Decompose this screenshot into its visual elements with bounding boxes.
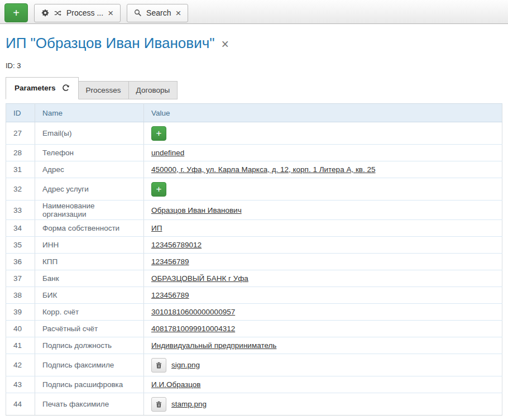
value-link[interactable]: 123456789012 [151,241,202,249]
row-value: undefined [144,145,502,161]
plus-icon: + [156,184,162,194]
row-name: Расчётный счёт [35,321,144,337]
row-value: + [144,122,502,145]
value-link[interactable]: Индивидуальный предприниматель [151,341,276,350]
table-row: 42Подпись факсимиле sign.png [6,354,502,376]
row-id: 41 [6,337,35,354]
row-id: 40 [6,321,35,337]
row-id: 44 [6,393,35,416]
value-link[interactable]: 40817810099910004312 [151,324,235,333]
row-value: 450000, г. Уфа, ул. Карла Маркса, д. 12,… [144,161,502,178]
row-value: 123456789 [144,287,502,304]
row-name: Банк [35,270,144,287]
row-value: 123456789 [144,254,502,270]
table-row: 41Подпись должность Индивидуальный предп… [6,337,502,354]
parameters-table-body: 27Email(ы) + 28Телефон undefined 31Адрес… [6,122,502,416]
top-tab-label: Process ... [66,8,103,17]
row-value: 123456789012 [144,237,502,254]
top-tab-search[interactable]: Search × [127,4,188,22]
table-row: 36КПП 123456789 [6,254,502,270]
row-id: 34 [6,220,35,237]
value-link[interactable]: 30101810600000000957 [151,308,235,316]
page-title-text: ИП "Образцов Иван Иванович" [6,35,214,52]
tab-dogovory[interactable]: Договоры [128,81,178,99]
table-row: 43Подпись расшифровка И.И.Образцов [6,376,502,393]
row-id: 35 [6,237,35,254]
gear-icon [41,9,49,17]
table-row: 27Email(ы) + [6,122,502,145]
tab-parameters[interactable]: Parameters [6,77,79,99]
row-id: 32 [6,178,35,201]
shuffle-icon [54,9,62,17]
close-icon[interactable]: × [108,8,113,18]
table-row: 32Адрес услуги + [6,178,502,201]
row-value: И.И.Образцов [144,376,502,393]
column-header-id: ID [6,104,35,122]
tab-processes[interactable]: Processes [78,81,129,99]
value-link[interactable]: ИП [151,224,162,232]
table-row: 35ИНН 123456789012 [6,237,502,254]
plus-icon: + [13,7,20,18]
table-row: 33Наименование организации Образцов Иван… [6,201,502,220]
top-tab-bar: + Process ... × Search × [0,0,508,24]
refresh-icon[interactable] [61,84,70,92]
new-tab-button[interactable]: + [4,3,28,22]
table-row: 34Форма собственности ИП [6,220,502,237]
row-value: sign.png [144,354,502,376]
row-name: Телефон [35,145,144,161]
parameters-table: ID Name Value 27Email(ы) + 28Телефон und… [6,103,502,416]
value-link[interactable]: 123456789 [151,291,189,299]
table-row: 39Корр. счёт 30101810600000000957 [6,304,502,321]
id-value: 3 [17,61,21,70]
row-id: 33 [6,201,35,220]
row-id: 43 [6,376,35,393]
row-name: БИК [35,287,144,304]
table-row: 37Банк ОБРАЗЦОВЫЙ БАНК г Уфа [6,270,502,287]
value-link[interactable]: ОБРАЗЦОВЫЙ БАНК г Уфа [151,274,248,283]
row-id: 42 [6,354,35,376]
row-name: Форма собственности [35,220,144,237]
row-name: Адрес [35,161,144,178]
trash-icon [155,361,162,369]
row-value: Индивидуальный предприниматель [144,337,502,354]
row-id: 36 [6,254,35,270]
delete-file-button[interactable] [151,358,166,373]
search-icon [134,9,142,17]
value-link[interactable]: 123456789 [151,257,189,266]
value-link[interactable]: 450000, г. Уфа, ул. Карла Маркса, д. 12,… [151,165,376,174]
row-value: 30101810600000000957 [144,304,502,321]
column-header-value: Value [144,104,502,122]
tab-label: Processes [86,86,121,94]
row-name: ИНН [35,237,144,254]
row-id: 37 [6,270,35,287]
file-link[interactable]: stamp.png [171,400,207,408]
row-id: 39 [6,304,35,321]
file-link[interactable]: sign.png [171,361,200,369]
page-title: ИП "Образцов Иван Иванович" × [6,35,508,52]
row-id: 28 [6,145,35,161]
row-name: Подпись должность [35,337,144,354]
record-id: ID: 3 [6,61,508,70]
tab-label: Parameters [15,84,56,92]
row-id: 31 [6,161,35,178]
row-name: Адрес услуги [35,178,144,201]
top-tab-process[interactable]: Process ... × [34,4,121,22]
add-value-button[interactable]: + [151,182,166,197]
table-header-row: ID Name Value [6,104,502,122]
close-icon[interactable]: × [175,8,181,18]
top-tab-label: Search [146,8,171,17]
row-name: Корр. счёт [35,304,144,321]
row-value: stamp.png [144,393,502,416]
value-link[interactable]: И.И.Образцов [151,380,200,389]
value-link[interactable]: Образцов Иван Иванович [151,206,242,214]
row-value: Образцов Иван Иванович [144,201,502,220]
row-name: Подпись расшифровка [35,376,144,393]
row-id: 27 [6,122,35,145]
delete-file-button[interactable] [151,397,166,412]
add-value-button[interactable]: + [151,126,166,141]
close-icon[interactable]: × [221,38,228,51]
table-row: 40Расчётный счёт 40817810099910004312 [6,321,502,337]
row-name: Наименование организации [35,201,144,220]
value-link[interactable]: undefined [151,149,184,157]
table-row: 38БИК 123456789 [6,287,502,304]
